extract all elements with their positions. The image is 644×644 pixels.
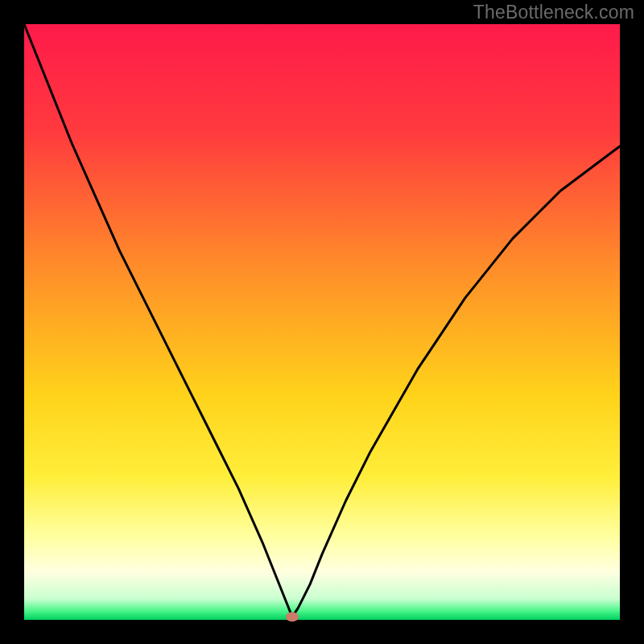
chart-container: TheBottleneck.com [0, 0, 644, 644]
watermark-label: TheBottleneck.com [473, 2, 634, 23]
optimal-point-marker [286, 612, 299, 621]
bottleneck-chart [0, 0, 644, 644]
plot-background [24, 24, 620, 620]
